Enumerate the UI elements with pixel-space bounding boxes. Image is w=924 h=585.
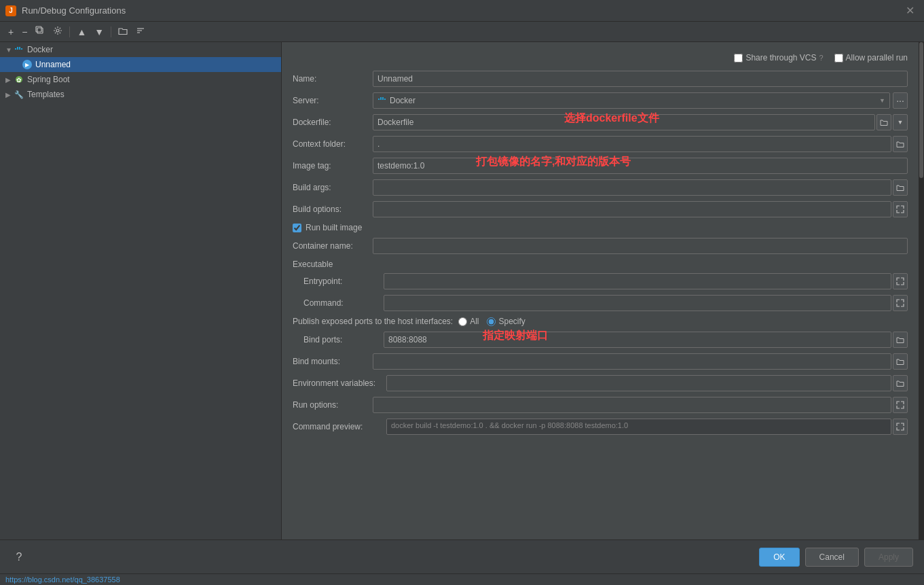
copy-button[interactable]	[33, 24, 48, 39]
server-select[interactable]: Docker ▼	[373, 92, 890, 109]
settings-button[interactable]	[50, 24, 65, 39]
build-args-input[interactable]	[373, 179, 891, 196]
command-expand-button[interactable]	[893, 295, 908, 311]
build-options-input[interactable]	[373, 201, 891, 217]
cancel-button[interactable]: Cancel	[805, 548, 859, 567]
status-bar: https://blog.csdn.net/qq_38637558	[0, 573, 924, 585]
sort-button[interactable]	[133, 24, 148, 39]
env-vars-input-group	[386, 375, 908, 391]
close-button[interactable]: ✕	[902, 3, 919, 18]
command-preview-label: Command preview:	[293, 422, 381, 431]
container-name-input[interactable]	[373, 238, 908, 254]
container-name-label: Container name:	[293, 241, 367, 251]
context-folder-browse-button[interactable]	[893, 136, 908, 152]
apply-button[interactable]: Apply	[864, 548, 913, 567]
bind-ports-input[interactable]	[384, 332, 891, 348]
build-args-row: Build args:	[293, 179, 908, 196]
radio-all-label: All	[470, 317, 479, 326]
tree-item-unnamed[interactable]: ▶ Unnamed	[0, 57, 281, 72]
command-preview-expand-button[interactable]	[893, 419, 908, 435]
entrypoint-input-group	[384, 273, 908, 289]
env-vars-input[interactable]	[386, 375, 891, 391]
app-icon: J	[5, 5, 16, 16]
server-label: Server:	[293, 96, 367, 105]
entrypoint-expand-button[interactable]	[893, 273, 908, 289]
env-vars-browse-button[interactable]	[893, 375, 908, 391]
svg-rect-7	[17, 48, 18, 50]
scrollbar[interactable]	[919, 42, 924, 539]
server-row: Server:	[293, 92, 908, 109]
help-button[interactable]: ?	[11, 549, 27, 565]
build-args-browse-button[interactable]	[893, 179, 908, 196]
add-button[interactable]: +	[5, 25, 16, 39]
image-tag-input-group	[373, 158, 908, 174]
ok-button[interactable]: OK	[759, 548, 799, 567]
svg-rect-16	[380, 97, 382, 99]
entrypoint-input[interactable]	[384, 273, 891, 289]
bind-mounts-input[interactable]	[373, 353, 891, 370]
svg-rect-11	[21, 48, 22, 50]
build-args-label: Build args:	[293, 183, 367, 192]
allow-parallel-label: Allow parallel run	[846, 53, 908, 63]
svg-rect-6	[15, 48, 16, 50]
server-value: Docker	[390, 96, 415, 105]
tree-arrow-templates: ▶	[5, 91, 14, 99]
server-dropdown: Docker ▼ ···	[373, 92, 908, 109]
radio-all[interactable]	[458, 317, 467, 326]
tree-arrow-docker: ▼	[5, 46, 14, 54]
command-label: Command:	[303, 298, 378, 308]
run-options-row: Run options:	[293, 397, 908, 413]
share-vcs-checkbox[interactable]	[734, 54, 743, 63]
main-content: ▼ Docker ▶ Unnamed ▶	[0, 42, 924, 539]
svg-rect-9	[19, 48, 20, 50]
svg-rect-14	[378, 99, 380, 100]
container-name-row: Container name:	[293, 238, 908, 254]
svg-text:✿: ✿	[16, 77, 22, 84]
remove-button[interactable]: −	[19, 25, 30, 39]
scrollbar-thumb[interactable]	[919, 42, 923, 178]
svg-rect-15	[380, 99, 382, 100]
server-more-button[interactable]: ···	[893, 92, 908, 109]
run-options-label: Run options:	[293, 400, 367, 410]
run-built-image-checkbox[interactable]	[293, 224, 301, 232]
docker-server-icon	[377, 95, 387, 107]
bind-mounts-label: Bind mounts:	[293, 357, 367, 366]
command-input-group	[384, 295, 908, 311]
run-options-expand-button[interactable]	[893, 397, 908, 413]
tree-label-templates: Templates	[27, 90, 64, 99]
image-tag-input[interactable]	[373, 158, 908, 174]
share-vcs-help-icon: ?	[819, 54, 823, 62]
tree-arrow-springboot: ▶	[5, 76, 14, 84]
command-input[interactable]	[384, 295, 891, 311]
name-input[interactable]	[373, 71, 908, 87]
entrypoint-row: Entrypoint:	[293, 273, 908, 289]
radio-specify-label: Specify	[498, 317, 525, 326]
env-vars-row: Environment variables:	[293, 375, 908, 391]
build-options-expand-button[interactable]	[893, 201, 908, 217]
folder-button[interactable]	[115, 25, 130, 39]
svg-rect-17	[382, 99, 384, 100]
image-tag-row: Image tag: 打包镜像的名字,和对应的版本号	[293, 158, 908, 174]
build-options-row: Build options:	[293, 201, 908, 217]
tree-item-templates[interactable]: ▶ 🔧 Templates	[0, 87, 281, 102]
dockerfile-dropdown-button[interactable]: ▼	[893, 114, 908, 130]
tree-item-springboot[interactable]: ▶ ✿ Spring Boot	[0, 72, 281, 87]
run-options-input[interactable]	[373, 397, 891, 413]
bind-mounts-browse-button[interactable]	[893, 353, 908, 370]
dockerfile-row: Dockerfile: ▼ 选择dockerfile文件	[293, 114, 908, 130]
radio-specify[interactable]	[487, 317, 496, 326]
move-down-button[interactable]: ▼	[92, 25, 107, 39]
svg-rect-0	[37, 28, 43, 33]
context-folder-input[interactable]	[373, 136, 891, 152]
dockerfile-input[interactable]	[373, 114, 875, 130]
status-url: https://blog.csdn.net/qq_38637558	[5, 575, 120, 584]
toolbar-separator-1	[69, 26, 70, 37]
move-up-button[interactable]: ▲	[74, 25, 89, 39]
publish-ports-label: Publish exposed ports to the host interf…	[293, 317, 453, 326]
tree-item-docker[interactable]: ▼ Docker	[0, 42, 281, 57]
bottom-bar: ? OK Cancel Apply	[0, 539, 924, 573]
bind-ports-browse-button[interactable]	[893, 332, 908, 348]
dockerfile-browse-button[interactable]	[876, 114, 891, 130]
allow-parallel-checkbox[interactable]	[834, 54, 843, 63]
radio-group: All Specify	[458, 317, 525, 326]
